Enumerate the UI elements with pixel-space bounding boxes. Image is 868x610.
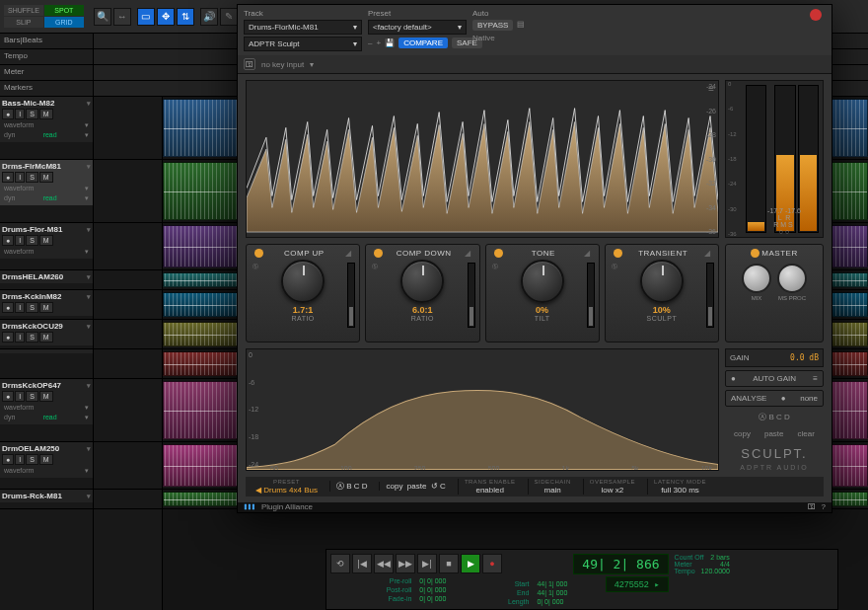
undo-icon[interactable]: ↺ (431, 482, 438, 491)
track-menu-icon[interactable]: ▾ (87, 163, 91, 171)
track-name[interactable]: DrmsKckOCU29 (2, 322, 63, 331)
sel-value[interactable]: 44| 1| 000 (537, 589, 567, 596)
knob-value[interactable]: 1.7:1 (293, 305, 314, 315)
tempo-value[interactable]: 2 bars (710, 554, 729, 561)
view-selector[interactable]: waveform (4, 467, 34, 475)
transport-btn-7[interactable]: ● (482, 554, 502, 573)
module-power-icon[interactable] (374, 249, 383, 258)
clear-button[interactable]: clear (798, 429, 815, 438)
track-header[interactable]: DrmsKckOP647▾●ISMwaveform▾dynread▾ (0, 379, 93, 424)
preset-prev[interactable]: – (368, 38, 372, 47)
transport-btn-6[interactable]: ▶ (461, 554, 480, 573)
paste-button[interactable]: paste (764, 429, 784, 438)
bypass-button[interactable]: BYPASS (472, 20, 513, 31)
track-name[interactable]: Drms-KckInM82 (2, 292, 61, 301)
solo-icon[interactable]: Ⓢ (492, 263, 498, 271)
module-expand-icon[interactable]: ◢ (704, 249, 711, 258)
solo[interactable]: S (26, 109, 38, 119)
preset-slots[interactable]: Ⓐ B C D (725, 410, 824, 424)
pa-help-icon[interactable]: ? (822, 502, 826, 511)
comment-cell[interactable] (94, 490, 162, 509)
preset-save-icon[interactable]: 💾 (385, 38, 395, 47)
mute[interactable]: M (39, 332, 53, 343)
rec-arm[interactable]: ● (2, 109, 14, 119)
pa-logo-icon[interactable]: ⫿⫿⫿ (244, 502, 255, 511)
solo[interactable]: S (26, 172, 38, 183)
comment-cell[interactable] (94, 442, 162, 490)
track-header[interactable]: DrmsKckOCU29▾●ISM (0, 320, 93, 345)
mute[interactable]: M (39, 172, 53, 183)
input-mon[interactable]: I (15, 235, 25, 246)
track-menu-icon[interactable]: ▾ (87, 100, 91, 108)
transport-btn-5[interactable]: ■ (439, 554, 459, 573)
tempo-value[interactable]: 4/4 (720, 561, 730, 568)
tilt-knob[interactable] (521, 260, 564, 303)
track-menu-icon[interactable]: ▾ (87, 445, 91, 453)
track-name[interactable]: DrmsKckOP647 (2, 381, 61, 390)
rec-arm[interactable]: ● (2, 454, 14, 465)
module-expand-icon[interactable]: ◢ (584, 249, 591, 258)
sub-counter[interactable]: 4275552 ▸ (606, 576, 669, 592)
comment-cell[interactable] (94, 270, 162, 290)
ratio-knob[interactable] (400, 260, 444, 303)
track-name[interactable]: Bass-Mic-M82 (2, 99, 54, 108)
comment-cell[interactable] (94, 160, 162, 223)
pre-value[interactable]: 0| 0| 000 (419, 586, 502, 593)
track-name[interactable]: Drums-Flor-M81 (2, 225, 62, 234)
preset-next[interactable]: + (376, 38, 381, 47)
mute[interactable]: M (39, 109, 53, 119)
track-header[interactable]: DrmsHELAM260▾ (0, 270, 93, 283)
input-mon[interactable]: I (15, 302, 25, 313)
tempo-value[interactable]: 120.0000 (701, 568, 730, 574)
track-header[interactable]: Drms-FlrMcM81▾●ISMwaveform▾dynread▾ (0, 160, 93, 205)
mute[interactable]: M (39, 302, 53, 313)
sculpt-knob[interactable] (640, 260, 684, 303)
input-mon[interactable]: I (15, 332, 25, 343)
transport-btn-2[interactable]: ◀◀ (374, 554, 394, 573)
mode-slip[interactable]: SLIP (4, 17, 43, 28)
track-header[interactable] (0, 349, 93, 353)
dyn[interactable]: dyn (4, 131, 15, 139)
view-selector[interactable]: waveform (4, 121, 34, 129)
track-header[interactable]: DrmOELAM250▾●ISMwaveform▾ (0, 442, 93, 478)
track-header[interactable]: Drums-Flor-M81▾●ISMwaveform▾ (0, 223, 93, 259)
transport-btn-4[interactable]: ▶| (417, 554, 437, 573)
mute[interactable]: M (39, 235, 53, 246)
waveform-scope[interactable]: -24-26-28-30-32-34-36 ≡ (246, 80, 719, 238)
spectrum-display[interactable]: 501002505001k5k10k 0-6-12-18-24 (246, 348, 719, 471)
track-name[interactable]: Drms-FlrMcM81 (2, 162, 61, 171)
scope-menu-icon[interactable]: ≡ (708, 83, 714, 94)
key-input-selector[interactable]: no key input (261, 60, 304, 69)
close-button[interactable] (810, 9, 822, 21)
os-value[interactable]: low x2 (602, 486, 624, 495)
module-power-icon[interactable] (614, 249, 622, 258)
transport-btn-1[interactable]: |◀ (352, 554, 372, 573)
input-mon[interactable]: I (15, 109, 25, 119)
comment-cell[interactable] (94, 379, 162, 442)
mute[interactable]: M (39, 454, 53, 465)
track-header[interactable]: Drms-KckInM82▾●ISM (0, 290, 93, 316)
track-menu-icon[interactable]: ▾ (87, 493, 91, 500)
footer-slots[interactable]: Ⓐ B C D (336, 481, 368, 492)
grabber-tool[interactable]: ✥ (157, 8, 175, 26)
zoomer-tool[interactable]: 🔍 (94, 8, 111, 26)
msproc-knob[interactable] (777, 264, 807, 293)
lat-value[interactable]: full 300 ms (661, 486, 699, 495)
comment-cell[interactable] (94, 97, 162, 160)
main-counter[interactable]: 49| 2| 866 (573, 554, 668, 574)
track-menu-icon[interactable]: ▾ (87, 226, 91, 234)
rec-arm[interactable]: ● (2, 332, 14, 343)
tool-1[interactable]: ↔ (113, 8, 131, 26)
view-selector[interactable]: waveform (4, 185, 34, 192)
automation-mode[interactable]: read (43, 194, 57, 202)
mode-spot[interactable]: SPOT (44, 5, 84, 16)
master-power-icon[interactable] (751, 249, 760, 258)
track-menu-icon[interactable]: ▾ (87, 293, 91, 301)
sel-value[interactable]: 44| 1| 000 (537, 580, 567, 587)
module-power-icon[interactable] (254, 249, 263, 258)
view-selector[interactable]: waveform (4, 404, 34, 412)
copy-button[interactable]: copy (734, 429, 751, 438)
solo[interactable]: S (26, 454, 38, 465)
pencil-tool[interactable]: ✎ (220, 8, 238, 26)
preset-selector[interactable]: <factory default>▾ (368, 20, 467, 35)
